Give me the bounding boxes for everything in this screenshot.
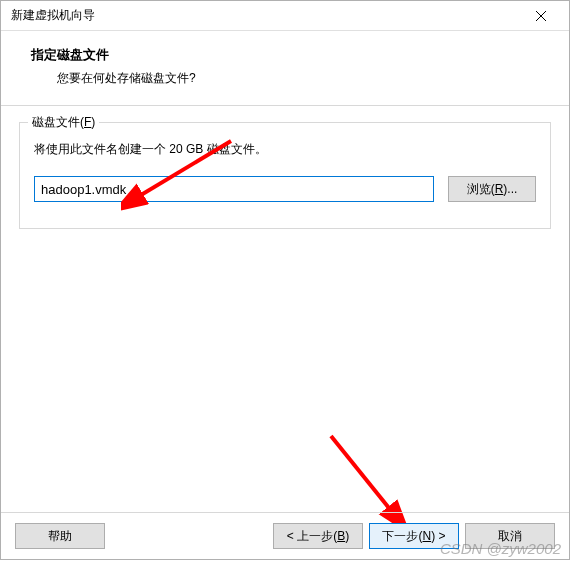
help-button[interactable]: 帮助 (15, 523, 105, 549)
next-suffix: ) > (431, 529, 445, 543)
wizard-window: 新建虚拟机向导 指定磁盘文件 您要在何处存储磁盘文件? 磁盘文件(F) 将使用此… (0, 0, 570, 560)
close-icon (536, 11, 546, 21)
window-title: 新建虚拟机向导 (11, 7, 95, 24)
back-button[interactable]: < 上一步(B) (273, 523, 363, 549)
content: 磁盘文件(F) 将使用此文件名创建一个 20 GB 磁盘文件。 浏览(R)... (1, 106, 569, 229)
file-row: 浏览(R)... (34, 176, 536, 202)
browse-prefix: 浏览( (467, 182, 495, 196)
browse-button[interactable]: 浏览(R)... (448, 176, 536, 202)
header: 指定磁盘文件 您要在何处存储磁盘文件? (1, 31, 569, 105)
next-prefix: 下一步( (382, 529, 422, 543)
group-legend: 磁盘文件(F) (28, 114, 99, 131)
header-title: 指定磁盘文件 (31, 46, 549, 64)
next-accel: N (422, 529, 431, 543)
footer: 帮助 < 上一步(B) 下一步(N) > 取消 (1, 512, 569, 559)
group-legend-prefix: 磁盘文件( (32, 115, 84, 129)
svg-line-3 (331, 436, 393, 513)
back-suffix: ) (345, 529, 349, 543)
header-subtitle: 您要在何处存储磁盘文件? (31, 70, 549, 87)
titlebar: 新建虚拟机向导 (1, 1, 569, 31)
back-accel: B (337, 529, 345, 543)
back-prefix: < 上一步( (287, 529, 337, 543)
disk-file-group: 磁盘文件(F) 将使用此文件名创建一个 20 GB 磁盘文件。 浏览(R)... (19, 122, 551, 229)
disk-file-input[interactable] (34, 176, 434, 202)
browse-suffix: )... (503, 182, 517, 196)
next-button[interactable]: 下一步(N) > (369, 523, 459, 549)
group-legend-suffix: ) (91, 115, 95, 129)
group-description: 将使用此文件名创建一个 20 GB 磁盘文件。 (34, 141, 536, 158)
cancel-button[interactable]: 取消 (465, 523, 555, 549)
close-button[interactable] (521, 2, 561, 30)
